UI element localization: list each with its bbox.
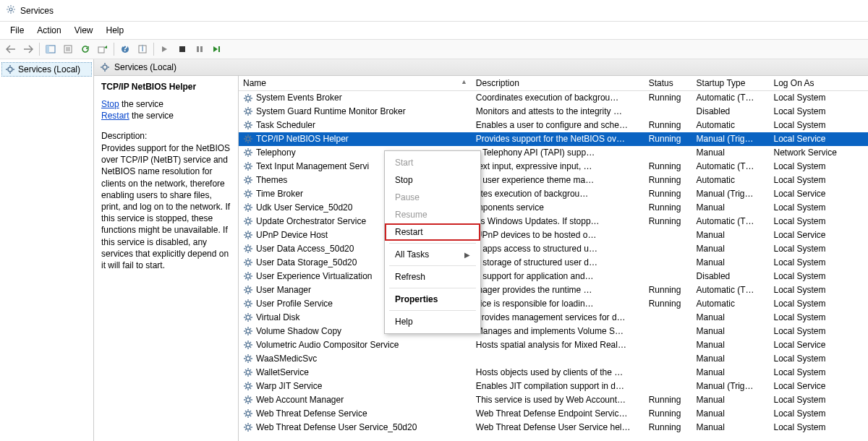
table-row[interactable]: Volume Shadow CopyManages and implements…	[239, 325, 868, 338]
table-row[interactable]: System Events BrokerCoordinates executio…	[239, 91, 868, 105]
table-row[interactable]: WaaSMedicSvcManualLocal System	[239, 352, 868, 366]
menu-file[interactable]: File	[4, 24, 30, 37]
table-row[interactable]: Warp JIT ServiceEnables JIT compilation …	[239, 380, 868, 393]
table-row[interactable]: TCP/IP NetBIOS HelperProvides support fo…	[239, 132, 868, 146]
col-description[interactable]: Description	[472, 76, 644, 91]
chevron-right-icon: ▶	[464, 251, 470, 259]
svg-point-29	[246, 247, 250, 252]
table-row[interactable]: Themess user experience theme ma…Running…	[239, 174, 868, 187]
col-status[interactable]: Status	[644, 76, 692, 91]
description-label: Description:	[101, 131, 231, 141]
export-button[interactable]	[95, 41, 111, 57]
svg-point-42	[246, 426, 250, 430]
pause-service-button[interactable]	[192, 41, 208, 57]
table-row[interactable]: Web Threat Defense User Service_50d20Web…	[239, 421, 868, 434]
description-text: Provides support for the NetBIOS over TC…	[101, 142, 231, 271]
gear-icon	[243, 244, 253, 254]
menu-bar: File Action View Help	[0, 22, 868, 39]
restart-service-button[interactable]	[209, 41, 225, 57]
svg-rect-13	[197, 46, 199, 52]
tree-pane: Services (Local)	[0, 59, 94, 441]
gear-icon	[243, 408, 253, 419]
gear-icon	[243, 367, 253, 377]
table-row[interactable]: Virtual DiskProvides management services…	[239, 311, 868, 325]
gear-icon	[243, 216, 253, 226]
ctx-help[interactable]: Help	[385, 313, 480, 330]
gear-icon	[243, 312, 253, 322]
ctx-restart[interactable]: Restart	[385, 223, 480, 241]
svg-point-22	[246, 151, 250, 155]
toolbar: ? i	[0, 39, 868, 59]
svg-point-36	[246, 343, 250, 348]
svg-rect-15	[218, 46, 220, 52]
stop-service-button[interactable]	[174, 41, 190, 57]
gear-icon	[243, 147, 253, 158]
table-row[interactable]: WalletServiceHosts objects used by clien…	[239, 366, 868, 380]
refresh-button[interactable]	[77, 41, 93, 57]
svg-point-23	[246, 165, 250, 169]
pane-title: Services (Local)	[114, 62, 176, 72]
ctx-all-tasks[interactable]: All Tasks▶	[385, 246, 480, 263]
table-row[interactable]: Telephonys Telephony API (TAPI) supp…Man…	[239, 146, 868, 160]
properties-button[interactable]	[60, 41, 76, 57]
stop-service-link[interactable]: Stop	[101, 99, 119, 109]
table-row[interactable]: User Experience Virtualizations support …	[239, 270, 868, 283]
ctx-stop[interactable]: Stop	[385, 171, 480, 189]
ctx-refresh[interactable]: Refresh	[385, 268, 480, 286]
gear-icon	[243, 271, 253, 281]
table-row[interactable]: Volumetric Audio Compositor ServiceHosts…	[239, 338, 868, 352]
selected-service-name: TCP/IP NetBIOS Helper	[101, 82, 231, 92]
ctx-start: Start	[385, 154, 480, 171]
svg-point-40	[246, 398, 250, 403]
menu-view[interactable]: View	[69, 24, 99, 37]
help2-button[interactable]: i	[135, 41, 150, 57]
col-name[interactable]: Name▲	[239, 76, 472, 91]
table-row[interactable]: UPnP Device HostUPnP devices to be hoste…	[239, 228, 868, 242]
tree-item-label: Services (Local)	[18, 64, 80, 74]
table-row[interactable]: Text Input Management Servitext input, e…	[239, 160, 868, 174]
ctx-properties[interactable]: Properties	[385, 291, 480, 308]
col-logon[interactable]: Log On As	[769, 76, 868, 91]
tree-item-services-local[interactable]: Services (Local)	[1, 62, 92, 77]
gear-icon	[243, 340, 253, 350]
svg-rect-2	[46, 46, 49, 53]
table-row[interactable]: Task SchedulerEnables a user to configur…	[239, 119, 868, 132]
gear-icon	[243, 257, 253, 267]
restart-service-link[interactable]: Restart	[101, 111, 129, 121]
svg-point-37	[246, 357, 250, 361]
table-row[interactable]: User Data Access_50d20s apps access to s…	[239, 242, 868, 256]
gear-icon	[5, 64, 15, 74]
help-button[interactable]: ?	[117, 41, 133, 57]
forward-button[interactable]	[20, 41, 36, 57]
svg-point-16	[8, 67, 12, 72]
gear-icon	[243, 230, 253, 240]
menu-help[interactable]: Help	[101, 24, 130, 37]
gear-icon	[243, 93, 253, 103]
table-row[interactable]: System Guard Runtime Monitor BrokerMonit…	[239, 105, 868, 119]
svg-rect-12	[179, 46, 185, 52]
gear-icon	[243, 285, 253, 295]
table-row[interactable]: User Managerinager provides the runtime …	[239, 283, 868, 297]
context-menu: Start Stop Pause Resume Restart All Task…	[384, 150, 481, 334]
start-service-button[interactable]	[157, 41, 173, 57]
table-row[interactable]: User Profile Servicevice is responsible …	[239, 297, 868, 311]
table-row[interactable]: Web Threat Defense ServiceWeb Threat Def…	[239, 407, 868, 421]
svg-text:?: ?	[122, 45, 127, 53]
gear-icon	[100, 62, 110, 72]
table-row[interactable]: User Data Storage_50d20s storage of stru…	[239, 256, 868, 270]
col-startup[interactable]: Startup Type	[692, 76, 770, 91]
table-row[interactable]: Web Account ManagerThis service is used …	[239, 393, 868, 407]
gear-icon	[243, 120, 253, 130]
pane-title-bar: Services (Local)	[94, 59, 868, 76]
svg-point-39	[246, 385, 250, 389]
table-row[interactable]: Update Orchestrator Servicees Windows Up…	[239, 215, 868, 228]
svg-point-26	[246, 206, 250, 210]
show-hide-tree-button[interactable]	[43, 41, 59, 57]
svg-point-18	[246, 96, 250, 100]
back-button[interactable]	[3, 41, 19, 57]
svg-point-21	[246, 137, 250, 142]
table-row[interactable]: Time Brokerates execution of backgrou…Ru…	[239, 187, 868, 201]
menu-action[interactable]: Action	[31, 24, 67, 37]
svg-point-31	[246, 275, 250, 279]
table-row[interactable]: Udk User Service_50d20mponents serviceRu…	[239, 201, 868, 215]
